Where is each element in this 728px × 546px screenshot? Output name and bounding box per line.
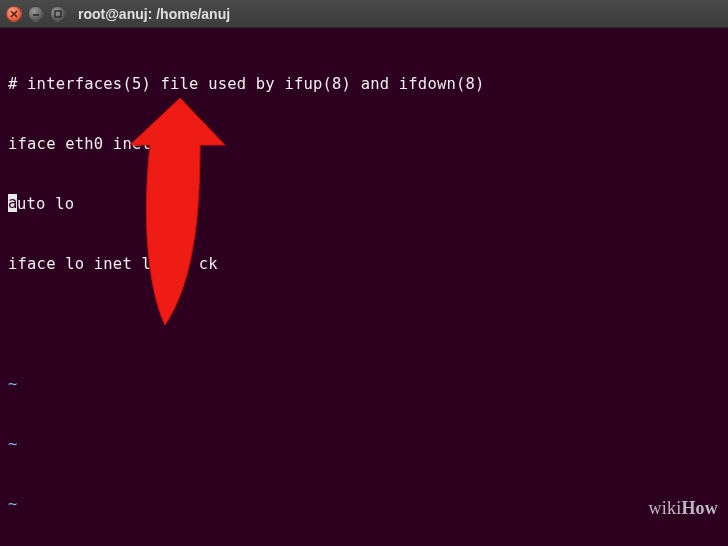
- watermark-text: How: [681, 498, 718, 518]
- window-titlebar: root@anuj: /home/anuj: [0, 0, 728, 28]
- vim-tilde: ~: [8, 494, 720, 514]
- watermark: wikiHow: [620, 478, 718, 538]
- terminal-viewport[interactable]: # interfaces(5) file used by ifup(8) and…: [0, 28, 728, 546]
- terminal-line: auto lo: [8, 194, 720, 214]
- terminal-text: iface lo inet l: [8, 255, 151, 273]
- terminal-line: iface eth0 inet dhcp: [8, 134, 720, 154]
- text-cursor: a: [8, 194, 17, 212]
- vim-tilde: ~: [8, 374, 720, 394]
- window-title: root@anuj: /home/anuj: [78, 6, 230, 22]
- terminal-line: iface lo inet loopback: [8, 254, 720, 274]
- maximize-button[interactable]: [50, 6, 66, 22]
- minimize-icon: [32, 10, 40, 18]
- terminal-window: root@anuj: /home/anuj # interfaces(5) fi…: [0, 0, 728, 546]
- close-icon: [10, 10, 18, 18]
- vim-tilde: ~: [8, 434, 720, 454]
- terminal-line: # interfaces(5) file used by ifup(8) and…: [8, 74, 720, 94]
- close-button[interactable]: [6, 6, 22, 22]
- terminal-text: uto lo: [17, 194, 74, 214]
- window-controls: [6, 6, 66, 22]
- maximize-icon: [54, 10, 62, 18]
- minimize-button[interactable]: [28, 6, 44, 22]
- terminal-text: ck: [199, 255, 218, 273]
- terminal-empty-line: [8, 314, 720, 334]
- watermark-text: wiki: [649, 498, 682, 518]
- annotation-arrow-icon: [95, 90, 235, 340]
- svg-rect-0: [55, 11, 61, 17]
